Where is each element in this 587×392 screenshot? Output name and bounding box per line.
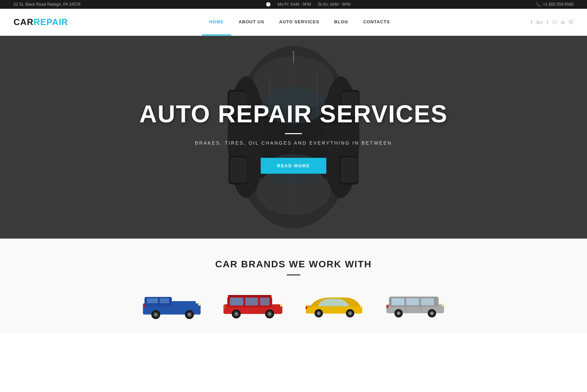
phone-text: +1 800 559 6580	[543, 2, 573, 7]
facebook-icon[interactable]: f	[531, 20, 532, 25]
svg-rect-58	[361, 305, 363, 308]
social-icons: f G+ t ⓘ in ⓒ	[531, 19, 573, 25]
sport-car-svg	[302, 289, 366, 319]
nav-list: HOME ABOUT US AUTO SERVICES BLOG CONTACT…	[202, 9, 397, 35]
svg-point-70	[431, 312, 433, 315]
svg-point-33	[188, 313, 191, 316]
address-text: 22 St. Black Road Raleigh, PA 34578	[14, 2, 80, 7]
main-nav: HOME ABOUT US AUTO SERVICES BLOG CONTACT…	[202, 9, 397, 35]
linkedin-icon[interactable]: in	[561, 20, 565, 25]
svg-rect-38	[230, 298, 243, 306]
phone-icon: 📞	[536, 2, 541, 7]
address-container: 22 St. Black Road Raleigh, PA 34578	[14, 2, 80, 7]
wagon-svg	[383, 289, 447, 319]
svg-point-21	[292, 51, 295, 53]
svg-rect-71	[442, 303, 444, 306]
logo[interactable]: CARREPAIR	[14, 17, 68, 27]
nav-link-blog[interactable]: BLOG	[327, 9, 356, 35]
nav-item-home[interactable]: HOME	[202, 9, 231, 35]
hero-subtitle: BRAKES, TIRES, OIL CHANGES AND EVERYTHIN…	[139, 140, 448, 146]
svg-rect-40	[260, 298, 269, 306]
hours-container: 🕐 Mn-Fr: 6AM - 9PM St-Sn: 6AM - 9PM	[266, 2, 350, 7]
svg-rect-41	[228, 295, 272, 297]
hero-content: AUTO REPAIR SERVICES BRAKES, TIRES, OIL …	[139, 101, 448, 173]
instagram-icon[interactable]: ⓒ	[569, 19, 573, 25]
hero-title: AUTO REPAIR SERVICES	[139, 101, 448, 127]
nav-link-services[interactable]: AUTO SERVICES	[272, 9, 327, 35]
hero-divider	[285, 133, 302, 134]
car-card-pickup	[138, 289, 206, 319]
pinterest-icon[interactable]: ⓘ	[552, 19, 557, 25]
nav-link-about[interactable]: ABOUT US	[231, 9, 272, 35]
top-bar: 22 St. Black Road Raleigh, PA 34578 🕐 Mn…	[0, 0, 587, 9]
svg-rect-64	[421, 298, 434, 305]
header: CARREPAIR HOME ABOUT US AUTO SERVICES BL…	[0, 9, 587, 36]
brands-section: CAR BRANDS WE WORK WITH	[0, 239, 587, 333]
brands-row	[14, 289, 573, 319]
googleplus-icon[interactable]: G+	[536, 20, 543, 25]
nav-item-contacts[interactable]: CONTACTS	[356, 9, 397, 35]
svg-rect-59	[306, 307, 307, 309]
svg-rect-39	[245, 298, 258, 306]
car-card-wagon	[381, 289, 449, 319]
svg-rect-26	[172, 301, 196, 306]
svg-point-44	[235, 313, 238, 315]
phone-container: 📞 +1 800 559 6580	[536, 2, 573, 7]
hours-weekend: St-Sn: 6AM - 9PM	[318, 2, 351, 7]
nav-link-home[interactable]: HOME	[202, 9, 231, 35]
svg-point-57	[349, 312, 351, 315]
svg-point-54	[318, 312, 320, 315]
clock-icon: 🕐	[266, 2, 271, 7]
svg-rect-62	[392, 298, 404, 305]
nav-item-blog[interactable]: BLOG	[327, 9, 356, 35]
svg-rect-48	[280, 303, 283, 307]
svg-rect-49	[224, 305, 226, 309]
brands-divider	[287, 274, 300, 275]
svg-rect-63	[406, 298, 419, 305]
nav-link-contacts[interactable]: CONTACTS	[356, 9, 397, 35]
hours-weekday: Mn-Fr: 6AM - 9PM	[278, 2, 311, 7]
car-card-sport	[300, 289, 368, 319]
car-card-suv	[219, 289, 287, 319]
suv-svg	[221, 289, 285, 319]
brands-title: CAR BRANDS WE WORK WITH	[14, 259, 573, 270]
read-more-button[interactable]: READ MORE	[261, 158, 326, 174]
nav-item-services[interactable]: AUTO SERVICES	[272, 9, 327, 35]
svg-rect-35	[143, 304, 145, 307]
pickup-truck-svg	[140, 289, 204, 319]
logo-repair: REPAIR	[33, 17, 68, 27]
svg-point-67	[397, 312, 400, 315]
svg-rect-72	[386, 305, 389, 308]
hero-section: AUTO REPAIR SERVICES BRAKES, TIRES, OIL …	[0, 36, 587, 239]
nav-item-about[interactable]: ABOUT US	[231, 9, 272, 35]
twitter-icon[interactable]: t	[547, 20, 548, 25]
svg-point-47	[268, 313, 271, 315]
svg-point-30	[155, 313, 157, 316]
logo-car: CAR	[14, 17, 33, 27]
svg-rect-27	[144, 303, 170, 305]
svg-rect-34	[198, 302, 201, 305]
